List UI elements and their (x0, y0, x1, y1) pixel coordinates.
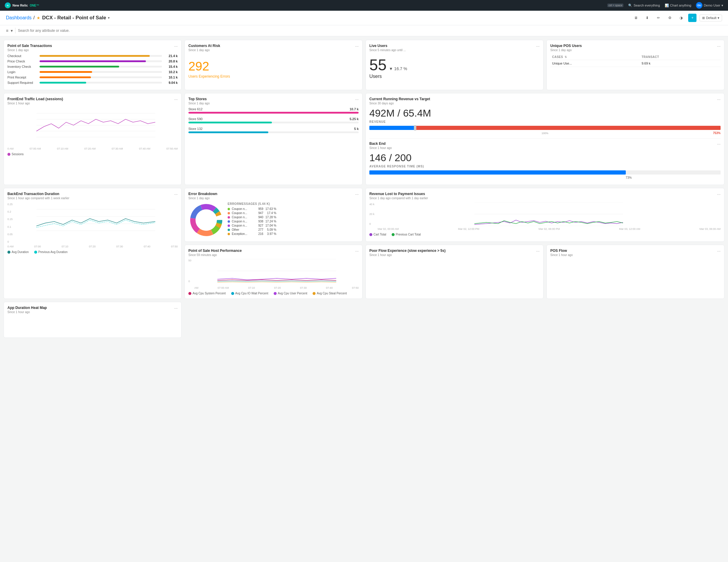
widget-title: Customers At Risk (188, 44, 220, 48)
widget-menu-button[interactable]: ··· (717, 192, 721, 196)
favorite-star-icon[interactable]: ★ (37, 15, 40, 20)
widget-subtitle: Since 59 minutes ago (188, 253, 242, 256)
error-rows-list: Coupon n... 959 17.63 % Coupon n... 947 … (228, 207, 359, 235)
bar-track (40, 55, 162, 57)
widget-subtitle: Since 1 hour ago (7, 102, 63, 105)
store-value: 10.7 k (349, 107, 359, 111)
error-dot (228, 220, 230, 223)
backend-menu-button[interactable]: ··· (717, 141, 721, 146)
widget-title: Top Stores (188, 97, 210, 101)
table-col-transact[interactable]: TRANSACT (640, 54, 721, 60)
edit-icon[interactable]: ✏ (654, 14, 663, 22)
error-name: Exception... (232, 232, 253, 235)
app-duration-widget: App Duration Heat Map Since 1 hour ago ·… (4, 302, 182, 338)
table-col-cases[interactable]: CASES ⇅ (550, 54, 640, 60)
widget-subtitle: Since 1 hour ago compared with 1 week ea… (7, 196, 69, 200)
payment-chart-svg (377, 202, 721, 226)
widget-menu-button[interactable]: ··· (174, 97, 178, 102)
widget-header: Poor Flow Experience (slow experience > … (369, 248, 540, 256)
widget-menu-button[interactable]: ··· (174, 306, 178, 311)
settings-icon[interactable]: ⚙ (666, 14, 674, 22)
widget-header: BackEnd Transaction Duration Since 1 hou… (7, 192, 178, 200)
sort-icon: ⇅ (565, 56, 567, 59)
filter-icon[interactable]: ≡ (6, 28, 8, 33)
pos-host-chart: 500 (188, 259, 359, 286)
store-row: Store 132 5 k (188, 127, 359, 133)
store-bar-fill (188, 122, 272, 123)
theme-icon[interactable]: ◑ (677, 14, 685, 22)
error-row: Exception... 216 3.97 % (228, 232, 359, 235)
poor-flow-widget: Poor Flow Experience (slow experience > … (365, 245, 543, 299)
widget-title: Revenue Lost to Payment Issues (369, 192, 428, 196)
widget-menu-button[interactable]: ··· (355, 97, 359, 102)
store-name: Store 612 (188, 107, 203, 111)
store-name: Store 590 (188, 117, 203, 121)
monitor-icon[interactable]: 🖥 (632, 14, 640, 22)
metric-value: 15.4 k (164, 65, 178, 68)
error-count: 947 (254, 211, 263, 215)
chart-anything-label: Chart anything (670, 4, 691, 7)
widget-subtitle: Since 1 day ago (188, 48, 220, 52)
widget-header: FrontEnd Traffic Load (sessions) Since 1… (7, 97, 178, 105)
store-row-header: Store 590 5.25 k (188, 117, 359, 121)
breadcrumb-separator: / (33, 15, 34, 21)
user-chevron-icon: ▾ (721, 4, 723, 7)
widget-title: BackEnd Transaction Duration (7, 192, 69, 196)
widget-title: Point of Sale Transactions (7, 44, 52, 48)
search-global[interactable]: 🔍 Search everything (628, 4, 660, 7)
x-axis-labels: 0 AM07:00 AM07:10 AM07:20 AM07:30 AM07:4… (7, 147, 178, 150)
chart-legend: Cart Total Previous Cart Total (369, 233, 721, 236)
filter-chevron-icon[interactable]: ▾ (11, 28, 13, 33)
nr-logo[interactable]: N New Relic ONE™ (5, 2, 39, 8)
store-bar-track (188, 122, 359, 123)
table-cell-case: Unique Use... (550, 60, 640, 67)
nav-right: ctrl + space 🔍 Search everything 📊 Chart… (607, 2, 723, 9)
widget-menu-button[interactable]: ··· (717, 44, 721, 48)
title-chevron-icon[interactable]: ▾ (108, 16, 110, 20)
error-dot (228, 216, 230, 218)
bar-fill (40, 71, 92, 73)
bar-track (40, 82, 162, 84)
widget-subtitle: Since 1 day ago (7, 48, 52, 52)
widget-menu-button[interactable]: ··· (717, 97, 721, 102)
widget-menu-button[interactable]: ··· (355, 44, 359, 48)
user-menu[interactable]: DU Demo User ▾ (696, 2, 723, 9)
bar-track (40, 76, 162, 78)
metric-row: Inventory Check 15.4 k (7, 65, 178, 68)
add-widget-button[interactable]: + (688, 14, 697, 22)
backend-subtitle: Since 1 hour ago (369, 146, 392, 149)
widget-menu-button[interactable]: ··· (536, 44, 540, 48)
dashboards-link[interactable]: Dashboards (6, 15, 31, 21)
widget-menu-button[interactable]: ··· (717, 248, 721, 253)
widget-menu-button[interactable]: ··· (355, 192, 359, 196)
default-view-button[interactable]: ⊞ Default ▾ (699, 15, 722, 21)
breadcrumb: Dashboards / ★ DCX - Retail - Point of S… (6, 15, 110, 21)
error-table-header: ERRORMESSAGES (5.44 K) (228, 202, 359, 205)
error-pct: 17.63 % (265, 207, 276, 210)
metric-row: Print Receipt 10.1 k (7, 75, 178, 79)
search-icon: 🔍 (628, 4, 632, 7)
top-stores-widget: Top Stores Since 1 day ago ··· Store 612… (185, 93, 363, 185)
filter-input[interactable] (18, 29, 722, 33)
download-icon[interactable]: ⬇ (643, 14, 651, 22)
metric-label: Price Check (7, 59, 37, 63)
widget-menu-button[interactable]: ··· (174, 192, 178, 196)
error-count: 216 (254, 232, 263, 235)
x-axis-labels: 0 AM07:0007:1007:2007:3007:4007:50 (7, 245, 178, 248)
top-nav: N New Relic ONE™ ctrl + space 🔍 Search e… (0, 0, 728, 11)
widget-menu-button[interactable]: ··· (355, 248, 359, 253)
widget-subtitle: Since 1 hour ago (369, 253, 445, 256)
widget-menu-button[interactable]: ··· (174, 44, 178, 48)
widget-header: POS Flow Since 1 hour ago ··· (550, 248, 721, 256)
store-bar-track (188, 112, 359, 114)
error-pct: 3.97 % (265, 232, 276, 235)
chart-anything-button[interactable]: 📊 Chart anything (665, 4, 691, 7)
error-pct: 17.4 % (265, 211, 276, 215)
widget-subtitle: Since 1 day ago (188, 196, 217, 200)
store-name: Store 132 (188, 127, 203, 130)
unique-pos-table: CASES ⇅ TRANSACT Unique Use... 9.69 k (550, 54, 721, 67)
error-dot (228, 224, 230, 227)
store-row: Store 612 10.7 k (188, 107, 359, 114)
widget-menu-button[interactable]: ··· (536, 248, 540, 253)
error-count: 277 (254, 228, 263, 231)
